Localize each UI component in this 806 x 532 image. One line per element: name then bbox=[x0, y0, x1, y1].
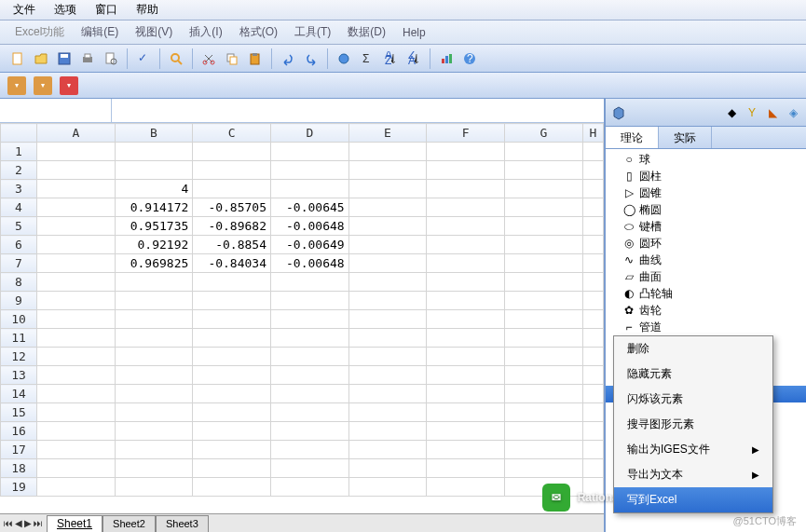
tool-icon-3[interactable]: ◣ bbox=[765, 105, 780, 120]
tree-gear[interactable]: ✿齿轮 bbox=[606, 302, 806, 319]
cell[interactable]: 4 bbox=[115, 180, 193, 198]
menu-view[interactable]: 视图(V) bbox=[130, 22, 178, 42]
col-header[interactable]: G bbox=[504, 124, 582, 143]
tree-camshaft[interactable]: ◐凸轮轴 bbox=[606, 285, 806, 302]
cell[interactable]: 0.951735 bbox=[115, 217, 193, 236]
menu-file[interactable]: 文件 bbox=[6, 0, 43, 20]
name-box[interactable] bbox=[0, 99, 112, 122]
menu-data[interactable]: 数据(D) bbox=[342, 22, 391, 42]
last-tab-icon[interactable]: ⏭ bbox=[34, 518, 43, 528]
sheet-tab-3[interactable]: Sheet3 bbox=[156, 515, 209, 532]
col-header[interactable]: F bbox=[427, 124, 505, 143]
print-icon[interactable] bbox=[77, 48, 98, 69]
cell[interactable]: 0.914172 bbox=[115, 198, 193, 217]
next-tab-icon[interactable]: ▶ bbox=[24, 518, 32, 528]
row-header[interactable]: 10 bbox=[1, 310, 37, 329]
preview-icon[interactable] bbox=[101, 48, 121, 69]
redo-icon[interactable] bbox=[301, 48, 321, 69]
pdf-icon-3[interactable]: ▾ bbox=[60, 76, 78, 95]
menu-help2[interactable]: Help bbox=[397, 24, 431, 41]
row-header[interactable]: 9 bbox=[1, 292, 37, 310]
prev-tab-icon[interactable]: ◀ bbox=[15, 518, 22, 528]
cell[interactable]: -0.00648 bbox=[271, 254, 349, 273]
undo-icon[interactable] bbox=[278, 48, 298, 69]
row-header[interactable]: 3 bbox=[1, 180, 37, 198]
first-tab-icon[interactable]: ⏮ bbox=[4, 518, 13, 528]
row-header[interactable]: 13 bbox=[1, 366, 37, 385]
spell-icon[interactable]: ✓ bbox=[133, 48, 154, 69]
ctx-flash[interactable]: 闪烁该元素 bbox=[614, 387, 772, 412]
new-icon[interactable] bbox=[7, 48, 28, 69]
menu-tools[interactable]: 工具(T) bbox=[289, 22, 336, 42]
ctx-excel[interactable]: 写到Excel bbox=[614, 487, 772, 512]
cell[interactable]: 0.969825 bbox=[115, 254, 193, 273]
save-icon[interactable] bbox=[54, 48, 75, 69]
sort-asc-icon[interactable]: AZ bbox=[380, 48, 401, 69]
link-icon[interactable] bbox=[334, 48, 354, 69]
row-header[interactable]: 12 bbox=[1, 348, 37, 366]
row-header[interactable]: 18 bbox=[1, 459, 37, 478]
cell[interactable]: 0.92192 bbox=[115, 236, 193, 254]
tool-icon-1[interactable]: ◆ bbox=[724, 105, 739, 120]
tree-torus[interactable]: ◎圆环 bbox=[606, 235, 806, 252]
row-header[interactable]: 7 bbox=[1, 254, 37, 273]
cell[interactable]: -0.84034 bbox=[193, 254, 271, 273]
row-header[interactable]: 16 bbox=[1, 422, 37, 441]
tool-icon-4[interactable]: ◈ bbox=[786, 105, 800, 120]
tab-theory[interactable]: 理论 bbox=[606, 127, 659, 148]
sum-icon[interactable]: Σ bbox=[357, 48, 377, 69]
tab-nav-buttons[interactable]: ⏮ ◀ ▶ ⏭ bbox=[0, 518, 47, 528]
row-header[interactable]: 14 bbox=[1, 385, 37, 403]
pdf-icon-2[interactable]: ▾ bbox=[34, 76, 52, 95]
tree-ellipse[interactable]: ◯椭圆 bbox=[606, 201, 806, 218]
tree-curve[interactable]: ∿曲线 bbox=[606, 252, 806, 268]
cell[interactable]: -0.00645 bbox=[271, 198, 349, 217]
paste-icon[interactable] bbox=[245, 48, 266, 69]
cell[interactable]: -0.8854 bbox=[193, 236, 271, 254]
cell[interactable]: -0.00648 bbox=[271, 217, 349, 236]
menu-window[interactable]: 窗口 bbox=[88, 0, 125, 20]
col-header[interactable]: H bbox=[582, 124, 603, 143]
tree-sphere[interactable]: ○球 bbox=[606, 151, 806, 168]
cube-icon[interactable] bbox=[611, 106, 624, 119]
pdf-icon-1[interactable]: ▾ bbox=[7, 76, 26, 95]
sheet-tab-2[interactable]: Sheet2 bbox=[102, 515, 156, 532]
tree-cylinder[interactable]: ▯圆柱 bbox=[606, 168, 806, 184]
col-header[interactable]: B bbox=[115, 124, 193, 143]
ctx-hide[interactable]: 隐藏元素 bbox=[614, 361, 772, 387]
tree-surface[interactable]: ▱曲面 bbox=[606, 268, 806, 285]
copy-icon[interactable] bbox=[222, 48, 242, 69]
menu-edit[interactable]: 编辑(E) bbox=[75, 22, 124, 42]
row-header[interactable]: 6 bbox=[1, 236, 37, 254]
row-header[interactable]: 19 bbox=[1, 478, 37, 497]
formula-input[interactable] bbox=[112, 99, 604, 122]
cell[interactable]: -0.85705 bbox=[193, 198, 271, 217]
cell-grid[interactable]: A B C D E F G H 1 2 34 40.914172-0.85705… bbox=[0, 123, 604, 513]
tab-actual[interactable]: 实际 bbox=[659, 127, 712, 148]
corner-cell[interactable] bbox=[1, 124, 37, 143]
col-header[interactable]: C bbox=[193, 124, 271, 143]
row-header[interactable]: 17 bbox=[1, 441, 37, 459]
col-header[interactable]: A bbox=[37, 124, 116, 143]
cell[interactable]: -0.89682 bbox=[193, 217, 271, 236]
tree-pipe[interactable]: ⌐管道 bbox=[606, 319, 806, 335]
ctx-iges[interactable]: 输出为IGES文件▶ bbox=[614, 437, 772, 462]
menu-insert[interactable]: 插入(I) bbox=[184, 22, 227, 42]
row-header[interactable]: 2 bbox=[1, 161, 37, 180]
sort-desc-icon[interactable]: ZA bbox=[403, 48, 424, 69]
col-header[interactable]: E bbox=[348, 124, 427, 143]
row-header[interactable]: 8 bbox=[1, 273, 37, 292]
find-icon[interactable] bbox=[166, 48, 186, 69]
chart-icon[interactable] bbox=[436, 48, 457, 69]
open-icon[interactable] bbox=[31, 48, 51, 69]
ctx-delete[interactable]: 删除 bbox=[614, 336, 772, 361]
cell[interactable]: -0.00649 bbox=[271, 236, 349, 254]
col-header[interactable]: D bbox=[271, 124, 349, 143]
tree-cone[interactable]: ▷圆锥 bbox=[606, 184, 806, 201]
cut-icon[interactable] bbox=[198, 48, 219, 69]
row-header[interactable]: 11 bbox=[1, 329, 37, 348]
menu-format[interactable]: 格式(O) bbox=[234, 22, 283, 42]
row-header[interactable]: 15 bbox=[1, 403, 37, 422]
menu-help[interactable]: 帮助 bbox=[129, 0, 166, 20]
ctx-search[interactable]: 搜寻图形元素 bbox=[614, 412, 772, 437]
